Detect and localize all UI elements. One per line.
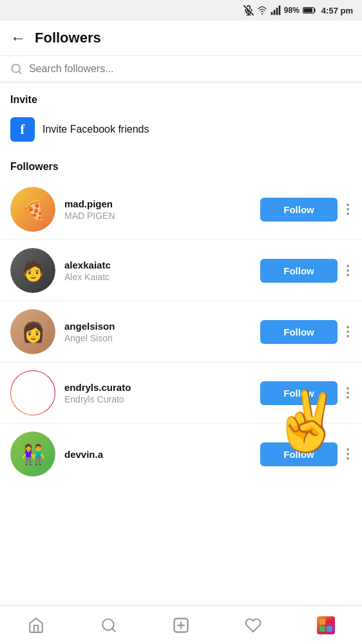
follow-button[interactable]: Follow [260, 259, 338, 283]
follower-username[interactable]: angelsison [64, 321, 260, 332]
avatar[interactable]: 🧑 [10, 248, 55, 293]
follower-username[interactable]: mad.pigen [64, 198, 260, 209]
svg-rect-5 [276, 8, 278, 15]
facebook-icon: f [10, 117, 35, 142]
follower-displayname: Angel Sison [64, 333, 260, 343]
follower-username[interactable]: alexkaiatc [64, 260, 260, 270]
avatar[interactable]: 💪 [10, 370, 55, 415]
invite-facebook-button[interactable]: f Invite Facebook friends [10, 115, 352, 144]
signal-icon [271, 5, 281, 15]
search-icon [10, 62, 23, 75]
more-options-button[interactable] [344, 384, 352, 401]
page-title: Followers [35, 30, 101, 46]
heart-icon [245, 617, 262, 634]
nav-like[interactable] [217, 606, 289, 644]
more-options-button[interactable] [344, 262, 352, 279]
follower-info: angelsisonAngel Sison [64, 321, 260, 343]
svg-rect-6 [278, 6, 280, 15]
follower-info: devvin.a [64, 449, 260, 460]
battery-icon [303, 6, 316, 14]
followers-section: Followers [0, 151, 362, 179]
svg-rect-3 [271, 12, 272, 15]
follower-username[interactable]: devvin.a [64, 449, 260, 460]
avatar[interactable]: 👩 [10, 309, 55, 354]
follower-displayname: Endryls Curato [64, 394, 260, 404]
search-input[interactable] [29, 63, 352, 75]
battery-percent: 98% [284, 6, 300, 15]
follower-item: 💪endryls.curatoEndryls CuratoFollow✌️ [0, 362, 362, 423]
svg-rect-9 [304, 8, 312, 13]
follower-displayname: MAD PIGEN [64, 211, 260, 221]
nav-home[interactable] [0, 606, 72, 644]
nav-add[interactable] [145, 606, 217, 644]
header: ← Followers [0, 21, 362, 56]
follow-button[interactable]: Follow [260, 198, 338, 222]
follower-info: endryls.curatoEndryls Curato [64, 382, 260, 404]
follower-item: 🧑alexkaiatcAlex KaiatcFollow [0, 240, 362, 301]
follow-button[interactable]: Follow [260, 320, 338, 344]
follower-item: 👩angelsisonAngel SisonFollow [0, 301, 362, 362]
add-icon [172, 616, 190, 634]
home-icon [28, 617, 44, 634]
svg-rect-4 [273, 10, 275, 15]
search-container [0, 56, 362, 82]
invite-heading: Invite [10, 94, 352, 106]
mute-icon [243, 5, 254, 15]
status-icons: 98% 4:57 pm [243, 5, 353, 15]
follower-username[interactable]: endryls.curato [64, 382, 260, 393]
svg-line-11 [19, 71, 21, 73]
svg-rect-8 [314, 9, 316, 12]
avatar[interactable]: 👫 [10, 431, 55, 477]
more-options-button[interactable] [344, 323, 352, 340]
follower-item: 🍕mad.pigenMAD PIGENFollow [0, 179, 362, 240]
profile-grid-icon [317, 616, 335, 634]
bottom-nav [0, 605, 362, 644]
nav-profile[interactable] [290, 606, 362, 644]
more-options-button[interactable] [344, 446, 352, 462]
status-bar: 98% 4:57 pm [0, 0, 362, 21]
followers-heading: Followers [10, 161, 352, 173]
wifi-icon [257, 5, 267, 15]
follow-button[interactable]: Follow [260, 381, 338, 405]
follower-info: mad.pigenMAD PIGEN [64, 198, 260, 221]
followers-list: 🍕mad.pigenMAD PIGENFollow🧑alexkaiatcAlex… [0, 179, 362, 484]
nav-search[interactable] [72, 606, 144, 644]
invite-section: Invite f Invite Facebook friends [0, 82, 362, 151]
svg-line-13 [112, 629, 115, 632]
avatar[interactable]: 🍕 [10, 187, 55, 232]
follow-button[interactable]: Follow [260, 442, 338, 466]
status-time: 4:57 pm [321, 6, 353, 15]
invite-facebook-label: Invite Facebook friends [43, 124, 149, 135]
follower-displayname: Alex Kaiatc [64, 272, 260, 282]
follower-item: 👫devvin.aFollow [0, 423, 362, 484]
follower-info: alexkaiatcAlex Kaiatc [64, 260, 260, 282]
back-button[interactable]: ← [10, 30, 26, 46]
search-nav-icon [100, 617, 117, 634]
more-options-button[interactable] [344, 201, 352, 218]
